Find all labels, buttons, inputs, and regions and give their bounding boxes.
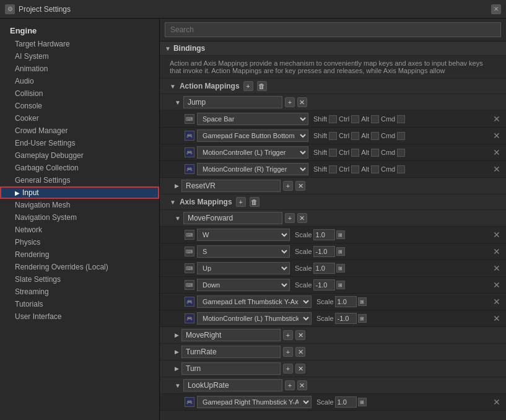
delete-lookuprate-button[interactable]: ✕ <box>297 380 307 390</box>
key-select-spacebar[interactable]: Space Bar <box>197 113 308 125</box>
moveright-name-input[interactable] <box>181 329 281 341</box>
key-select-mc-l-trigger[interactable]: MotionController (L) Trigger <box>197 146 308 159</box>
shift-check-3[interactable] <box>329 149 337 157</box>
delete-key-button[interactable]: ✕ <box>492 148 501 157</box>
key-select-s[interactable]: S <box>197 245 290 258</box>
sidebar-item-console[interactable]: Console <box>0 100 159 112</box>
sidebar-item-general-settings[interactable]: General Settings <box>0 174 159 186</box>
delete-key-button[interactable]: ✕ <box>492 264 501 273</box>
key-select-down[interactable]: Down <box>197 279 290 291</box>
key-select-up[interactable]: Up <box>197 262 290 274</box>
delete-jump-button[interactable]: ✕ <box>297 97 307 107</box>
resetvr-name-input[interactable] <box>181 180 281 192</box>
ctrl-check-1[interactable] <box>351 115 359 123</box>
ctrl-check-4[interactable] <box>351 165 359 173</box>
sidebar-item-rendering-overrides[interactable]: Rendering Overrides (Local) <box>0 261 159 273</box>
turn-expand-icon[interactable]: ▶ <box>175 365 179 372</box>
alt-check-4[interactable] <box>371 165 379 173</box>
sidebar-item-animation[interactable]: Animation <box>0 63 159 75</box>
delete-moveforward-button[interactable]: ✕ <box>297 213 307 223</box>
alt-check-2[interactable] <box>371 132 379 140</box>
ctrl-check-3[interactable] <box>351 149 359 157</box>
delete-resetvr-button[interactable]: ✕ <box>295 181 305 191</box>
jump-name-input[interactable] <box>183 96 282 108</box>
scale-input-s[interactable] <box>313 246 335 257</box>
scale-adjust-up[interactable]: ⊞ <box>336 264 345 273</box>
sidebar-item-end-user-settings[interactable]: End-User Settings <box>0 137 159 149</box>
scale-input-up[interactable] <box>313 263 335 274</box>
shift-check-2[interactable] <box>329 132 337 140</box>
resetvr-expand-icon[interactable]: ▶ <box>175 183 179 189</box>
delete-key-button[interactable]: ✕ <box>492 165 501 173</box>
delete-key-button[interactable]: ✕ <box>492 131 501 140</box>
cmd-check-4[interactable] <box>397 165 405 173</box>
sidebar-item-slate-settings[interactable]: Slate Settings <box>0 273 159 286</box>
sidebar-item-gameplay-debugger[interactable]: Gameplay Debugger <box>0 149 159 162</box>
scale-adjust-gp-right[interactable]: ⊞ <box>358 398 367 406</box>
scale-input-gp-y[interactable] <box>335 296 357 307</box>
shift-check-1[interactable] <box>329 115 337 123</box>
cmd-check-2[interactable] <box>397 132 405 140</box>
jump-expand-icon[interactable]: ▼ <box>175 99 181 106</box>
scale-adjust-mc-l[interactable]: ⊞ <box>358 314 367 323</box>
moveright-expand-icon[interactable]: ▶ <box>175 332 179 338</box>
sidebar-item-audio[interactable]: Audio <box>0 75 159 87</box>
turnrate-name-input[interactable] <box>181 346 281 358</box>
turn-name-input[interactable] <box>181 362 281 375</box>
sidebar-item-ai-system[interactable]: AI System <box>0 50 159 63</box>
add-moveforward-key-button[interactable]: + <box>285 213 295 223</box>
sidebar-item-target-hardware[interactable]: Target Hardware <box>0 38 159 50</box>
lookuprate-name-input[interactable] <box>183 379 282 392</box>
add-jump-key-button[interactable]: + <box>285 97 295 107</box>
add-action-mapping-button[interactable]: + <box>243 81 253 91</box>
scale-adjust-gp-y[interactable]: ⊞ <box>358 297 367 306</box>
sidebar-item-crowd-manager[interactable]: Crowd Manager <box>0 125 159 137</box>
delete-turn-button[interactable]: ✕ <box>295 364 305 374</box>
turnrate-expand-icon[interactable]: ▶ <box>175 349 179 355</box>
add-lookuprate-key-button[interactable]: + <box>285 380 295 390</box>
key-select-gamepad-thumbstick-y[interactable]: Gamepad Left Thumbstick Y-Axis <box>197 295 312 308</box>
scale-input-mc-l[interactable] <box>335 313 357 324</box>
key-select-gp-right-thumbstick[interactable]: Gamepad Right Thumbstick Y-Ax <box>197 396 312 408</box>
sidebar-item-user-interface[interactable]: User Interface <box>0 310 159 323</box>
scale-adjust-down[interactable]: ⊞ <box>336 281 345 289</box>
delete-key-button[interactable]: ✕ <box>492 247 501 256</box>
close-button[interactable]: ✕ <box>491 4 501 14</box>
ctrl-check-2[interactable] <box>351 132 359 140</box>
key-select-gamepad-face[interactable]: Gamepad Face Button Bottom <box>197 129 308 142</box>
search-input[interactable] <box>165 22 501 37</box>
delete-key-button[interactable]: ✕ <box>492 115 501 123</box>
sidebar-item-network[interactable]: Network <box>0 224 159 236</box>
sidebar-item-cooker[interactable]: Cooker <box>0 112 159 125</box>
lookuprate-expand-icon[interactable]: ▼ <box>175 382 181 389</box>
sidebar-item-navigation-system[interactable]: Navigation System <box>0 211 159 224</box>
add-turnrate-key-button[interactable]: + <box>283 347 293 357</box>
scale-input-w[interactable] <box>313 229 335 240</box>
delete-key-button[interactable]: ✕ <box>492 398 501 406</box>
key-select-w[interactable]: W <box>197 229 290 241</box>
shift-check-4[interactable] <box>329 165 337 173</box>
key-select-mc-r-trigger[interactable]: MotionController (R) Trigger <box>197 163 308 175</box>
add-turn-key-button[interactable]: + <box>283 364 293 374</box>
delete-key-button[interactable]: ✕ <box>492 230 501 239</box>
sidebar-item-garbage-collection[interactable]: Garbage Collection <box>0 162 159 174</box>
delete-key-button[interactable]: ✕ <box>492 297 501 306</box>
alt-check-3[interactable] <box>371 149 379 157</box>
sidebar-item-rendering[interactable]: Rendering <box>0 248 159 261</box>
sidebar-item-streaming[interactable]: Streaming <box>0 286 159 298</box>
scale-adjust-s[interactable]: ⊞ <box>336 247 345 256</box>
add-moveright-key-button[interactable]: + <box>283 330 293 340</box>
sidebar-item-physics[interactable]: Physics <box>0 236 159 248</box>
delete-key-button[interactable]: ✕ <box>492 281 501 289</box>
sidebar-item-tutorials[interactable]: Tutorials <box>0 298 159 310</box>
moveforward-name-input[interactable] <box>183 212 282 224</box>
scale-input-down[interactable] <box>313 279 335 291</box>
sidebar-item-navigation-mesh[interactable]: Navigation Mesh <box>0 199 159 211</box>
cmd-check-1[interactable] <box>397 115 405 123</box>
key-select-mc-l-thumbstick[interactable]: MotionController (L) Thumbstick <box>197 312 312 325</box>
cmd-check-3[interactable] <box>397 149 405 157</box>
alt-check-1[interactable] <box>371 115 379 123</box>
scale-adjust-w[interactable]: ⊞ <box>336 230 345 239</box>
delete-action-mapping-button[interactable]: 🗑 <box>257 81 267 91</box>
scale-input-gp-right[interactable] <box>335 396 357 408</box>
